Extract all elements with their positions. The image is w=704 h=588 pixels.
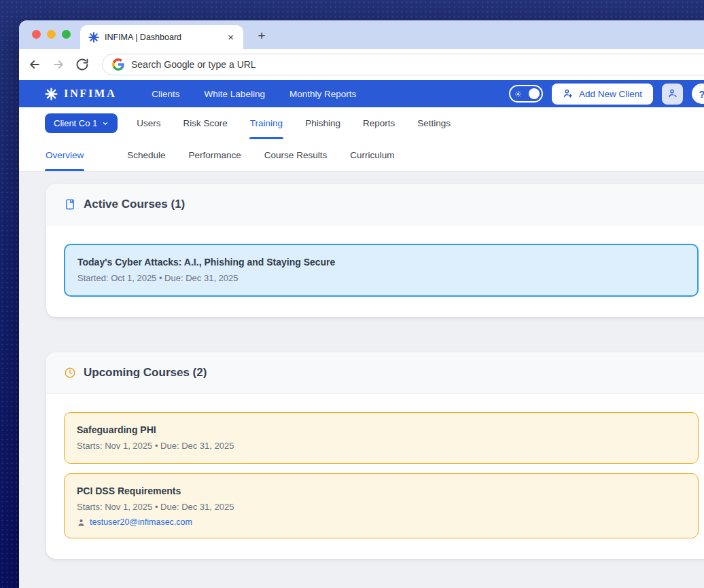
upcoming-courses-title: Upcoming Courses (2): [84, 366, 207, 380]
reload-icon[interactable]: [75, 58, 89, 71]
infima-favicon-icon: [88, 32, 99, 43]
course-meta: Started: Oct 1, 2025 • Due: Dec 31, 2025: [77, 273, 685, 284]
course-item[interactable]: Safeguarding PHI Starts: Nov 1, 2025 • D…: [64, 412, 699, 464]
document-icon: [64, 198, 76, 210]
nav-item-clients[interactable]: Clients: [152, 89, 179, 99]
course-meta: Starts: Nov 1, 2025 • Due: Dec 31, 2025: [77, 502, 686, 513]
course-title: Safeguarding PHI: [77, 424, 686, 436]
address-input[interactable]: [131, 59, 704, 70]
active-courses-body: Today's Cyber Attacks: A.I., Phishing an…: [46, 225, 704, 317]
help-button[interactable]: ?: [692, 84, 704, 104]
assignee-email-link[interactable]: testuser20@infimasec.com: [90, 517, 192, 527]
tab-users[interactable]: Users: [136, 107, 161, 139]
subtab-overview[interactable]: Overview: [45, 139, 84, 171]
infima-logo-icon: [45, 88, 58, 100]
chevron-down-icon: [102, 120, 109, 127]
tab-title: INFIMA | Dashboard: [105, 33, 221, 42]
nav-item-monthly-reports[interactable]: Monthly Reports: [289, 89, 356, 99]
client-navbar: Client Co 1 Users Risk Score Training Ph…: [19, 107, 704, 139]
app-navbar: INFIMA Clients White Labeling Monthly Re…: [19, 80, 704, 107]
help-icon: ?: [699, 88, 704, 100]
window-zoom-button[interactable]: [62, 30, 71, 39]
subtab-performance[interactable]: Performance: [188, 139, 242, 171]
app-nav-actions: Add New Client ?: [509, 84, 704, 105]
active-courses-title: Active Courses (1): [84, 198, 185, 211]
nav-item-white-labeling[interactable]: White Labeling: [205, 89, 265, 99]
back-icon[interactable]: [28, 58, 41, 71]
subtab-curriculum[interactable]: Curriculum: [349, 139, 395, 171]
tab-strip: INFIMA | Dashboard × +: [19, 20, 704, 49]
upcoming-courses-header: Upcoming Courses (2): [46, 352, 704, 394]
browser-toolbar: [19, 49, 704, 80]
tab-training[interactable]: Training: [249, 107, 283, 139]
client-selector-label: Client Co 1: [54, 118, 97, 128]
window-close-button[interactable]: [32, 30, 41, 39]
client-selector[interactable]: Client Co 1: [45, 113, 118, 133]
tab-risk-score[interactable]: Risk Score: [183, 107, 228, 139]
browser-window: INFIMA | Dashboard × + INFIMA Cli: [19, 20, 704, 588]
view-as-user-button[interactable]: [662, 84, 683, 105]
add-new-client-button[interactable]: Add New Client: [552, 84, 653, 105]
upcoming-courses-card: Upcoming Courses (2) Safeguarding PHI St…: [46, 352, 704, 559]
forward-icon[interactable]: [52, 58, 65, 71]
client-tabs: Users Risk Score Training Phishing Repor…: [136, 107, 451, 139]
user-silhouette-icon: [77, 518, 86, 527]
subtab-course-results[interactable]: Course Results: [264, 139, 328, 171]
tab-phishing[interactable]: Phishing: [304, 107, 341, 139]
active-courses-header: Active Courses (1): [46, 184, 704, 225]
window-minimize-button[interactable]: [47, 30, 56, 39]
add-new-client-label: Add New Client: [579, 89, 642, 99]
browser-tab[interactable]: INFIMA | Dashboard ×: [80, 25, 243, 49]
subtab-schedule[interactable]: Schedule: [126, 139, 166, 171]
course-item[interactable]: Today's Cyber Attacks: A.I., Phishing an…: [64, 244, 699, 297]
course-title: Today's Cyber Attacks: A.I., Phishing an…: [77, 256, 685, 268]
upcoming-courses-body: Safeguarding PHI Starts: Nov 1, 2025 • D…: [46, 394, 704, 559]
assignee-row: testuser20@infimasec.com: [77, 517, 686, 527]
tab-close-icon[interactable]: ×: [226, 32, 235, 42]
brand-name: INFIMA: [64, 87, 116, 100]
training-subtabs: Overview Schedule Performance Course Res…: [45, 139, 395, 171]
address-bar[interactable]: [102, 54, 704, 75]
google-icon: [112, 58, 124, 71]
training-subnav: Overview Schedule Performance Course Res…: [19, 139, 704, 172]
infima-logo[interactable]: INFIMA: [45, 87, 116, 100]
window-controls: [32, 30, 71, 39]
app-nav-links: Clients White Labeling Monthly Reports: [152, 89, 356, 99]
tab-settings[interactable]: Settings: [417, 107, 451, 139]
course-item[interactable]: PCI DSS Requirements Starts: Nov 1, 2025…: [64, 473, 699, 538]
new-tab-button[interactable]: +: [253, 27, 270, 45]
tab-reports[interactable]: Reports: [362, 107, 395, 139]
course-title: PCI DSS Requirements: [77, 485, 686, 497]
active-courses-card: Active Courses (1) Today's Cyber Attacks…: [46, 184, 704, 317]
course-meta: Starts: Nov 1, 2025 • Due: Dec 31, 2025: [77, 441, 686, 452]
theme-toggle[interactable]: [509, 85, 543, 103]
clock-icon: [64, 367, 76, 379]
sun-icon: [514, 90, 522, 98]
user-icon: [667, 88, 678, 99]
toggle-knob: [529, 88, 540, 99]
page-content: Active Courses (1) Today's Cyber Attacks…: [19, 172, 704, 588]
person-add-icon: [563, 88, 574, 99]
